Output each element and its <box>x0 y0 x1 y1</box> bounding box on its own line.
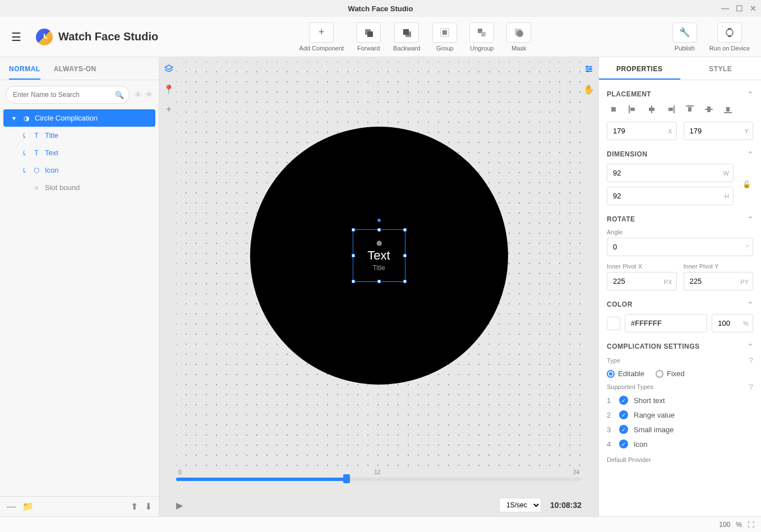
type-range-value[interactable]: 2✓Range value <box>607 410 753 419</box>
tab-normal[interactable]: NORMAL <box>9 57 40 80</box>
svg-rect-16 <box>611 107 616 112</box>
collapse-icon[interactable]: ⌃ <box>748 90 754 98</box>
layer-text[interactable]: ⤹ T Text <box>0 144 159 161</box>
radio-editable[interactable]: Editable <box>607 369 644 378</box>
layer-icon[interactable]: ⤹ ⬡ Icon <box>0 161 159 179</box>
canvas-viewport[interactable]: ⬢ Text Title <box>176 62 582 466</box>
align-bottom-icon[interactable] <box>721 104 735 115</box>
layer-slot-bound[interactable]: ⤹ ○ Slot bound <box>0 179 159 196</box>
layers-tool-icon[interactable] <box>163 63 175 75</box>
forward-icon <box>356 22 381 43</box>
hand-tool-icon[interactable]: ✋ <box>583 83 595 95</box>
upload-icon[interactable]: ⬆ <box>131 501 138 512</box>
resize-handle[interactable] <box>352 254 355 257</box>
height-input[interactable] <box>607 187 734 205</box>
folder-icon[interactable]: 📁 <box>22 501 34 512</box>
align-top-icon[interactable] <box>683 104 697 115</box>
collapse-icon[interactable]: ⌃ <box>748 150 754 158</box>
align-hcenter-icon[interactable] <box>645 104 658 115</box>
fullscreen-icon[interactable]: ⛶ <box>748 521 754 529</box>
minimize-icon[interactable]: — <box>721 4 729 13</box>
svg-rect-12 <box>728 35 731 37</box>
align-vcenter-icon[interactable] <box>702 104 716 115</box>
complication-text: Text <box>367 248 390 263</box>
collapse-icon[interactable]: ⌃ <box>748 215 754 223</box>
show-all-icon[interactable]: 👁 <box>134 90 142 99</box>
chevron-down-icon: ▾ <box>10 114 18 122</box>
timeline-fill <box>176 478 347 481</box>
forward-button[interactable]: Forward <box>356 22 381 52</box>
add-tool-icon[interactable]: + <box>163 103 175 115</box>
resize-handle[interactable] <box>352 228 355 232</box>
align-left-icon[interactable] <box>626 104 639 115</box>
resize-handle[interactable] <box>403 254 407 257</box>
collapse-icon[interactable]: ⌃ <box>748 343 754 350</box>
time-display: 10:08:32 <box>550 501 582 510</box>
hide-all-icon[interactable]: 👁 <box>145 90 153 99</box>
align-center-both-icon[interactable] <box>607 104 620 115</box>
layer-circle-complication[interactable]: ▾ ◑ Circle Complication <box>3 109 155 127</box>
layer-title[interactable]: ⤹ T Title <box>0 127 159 144</box>
help-icon[interactable]: ? <box>749 382 753 391</box>
resize-handle[interactable] <box>352 280 355 283</box>
width-input[interactable] <box>607 164 734 182</box>
align-right-icon[interactable] <box>664 104 677 115</box>
rotate-handle[interactable] <box>377 219 381 222</box>
type-icon[interactable]: 4✓Icon <box>607 440 753 448</box>
search-input[interactable] <box>6 86 130 104</box>
add-component-button[interactable]: + Add Component <box>299 22 344 52</box>
y-input[interactable] <box>684 122 754 140</box>
remove-icon[interactable]: — <box>7 502 16 512</box>
backward-button[interactable]: Backward <box>393 22 420 52</box>
x-input[interactable] <box>607 122 677 140</box>
resize-handle[interactable] <box>377 280 381 283</box>
app-logo-icon <box>36 29 53 45</box>
color-hex-input[interactable] <box>625 314 707 332</box>
type-small-image[interactable]: 3✓Small image <box>607 425 753 434</box>
help-icon[interactable]: ? <box>749 356 753 365</box>
resize-handle[interactable] <box>403 228 407 232</box>
supported-types-list: 1✓Short text 2✓Range value 3✓Small image… <box>607 396 753 448</box>
link-icon: ⤹ <box>20 149 28 157</box>
play-button[interactable]: ▶ <box>176 500 183 511</box>
ungroup-button[interactable]: Ungroup <box>469 22 494 52</box>
right-tools: 🔧 Publish Run on Device <box>672 22 750 52</box>
tab-always-on[interactable]: ALWAYS-ON <box>54 57 96 80</box>
maximize-icon[interactable]: ☐ <box>736 4 743 13</box>
resize-handle[interactable] <box>403 280 407 283</box>
menu-icon[interactable]: ☰ <box>11 30 21 44</box>
type-short-text[interactable]: 1✓Short text <box>607 396 753 405</box>
app-logo-text: Watch Face Studio <box>58 30 158 43</box>
radio-fixed[interactable]: Fixed <box>656 369 685 378</box>
speed-select[interactable]: 1S/sec <box>499 498 541 512</box>
publish-button[interactable]: 🔧 Publish <box>672 22 697 52</box>
pin-tool-icon[interactable]: 📍 <box>163 83 175 95</box>
tab-style[interactable]: STYLE <box>680 57 762 80</box>
svg-rect-3 <box>403 29 409 35</box>
svg-rect-22 <box>668 108 673 111</box>
tab-properties[interactable]: PROPERTIES <box>599 57 680 80</box>
color-swatch[interactable] <box>607 317 620 330</box>
link-icon: ⤹ <box>20 132 28 140</box>
canvas-right-tools: ✋ <box>583 63 595 95</box>
angle-input[interactable] <box>607 238 753 256</box>
complication-icon: ◑ <box>22 114 30 122</box>
lock-aspect-icon[interactable]: 🔓 <box>740 181 753 188</box>
svg-point-10 <box>726 29 733 36</box>
group-icon <box>432 22 457 43</box>
settings-tool-icon[interactable] <box>583 63 595 75</box>
collapse-icon[interactable]: ⌃ <box>748 300 754 308</box>
properties-body: PLACEMENT⌃ X Y DIMENSION⌃ <box>599 80 761 516</box>
timeline-end: 24 <box>573 469 579 475</box>
run-on-device-button[interactable]: Run on Device <box>709 22 750 52</box>
property-tabs: PROPERTIES STYLE <box>599 57 761 80</box>
timeline-track[interactable] <box>176 478 582 481</box>
mask-button[interactable]: Mask <box>506 22 531 52</box>
timeline: 0 12 24 <box>159 466 598 494</box>
close-icon[interactable]: ✕ <box>750 4 757 13</box>
group-button[interactable]: Group <box>432 22 457 52</box>
resize-handle[interactable] <box>377 228 381 232</box>
download-icon[interactable]: ⬇ <box>145 501 152 512</box>
timeline-thumb[interactable] <box>343 474 350 483</box>
selection-box[interactable]: ⬢ Text Title <box>353 229 405 282</box>
